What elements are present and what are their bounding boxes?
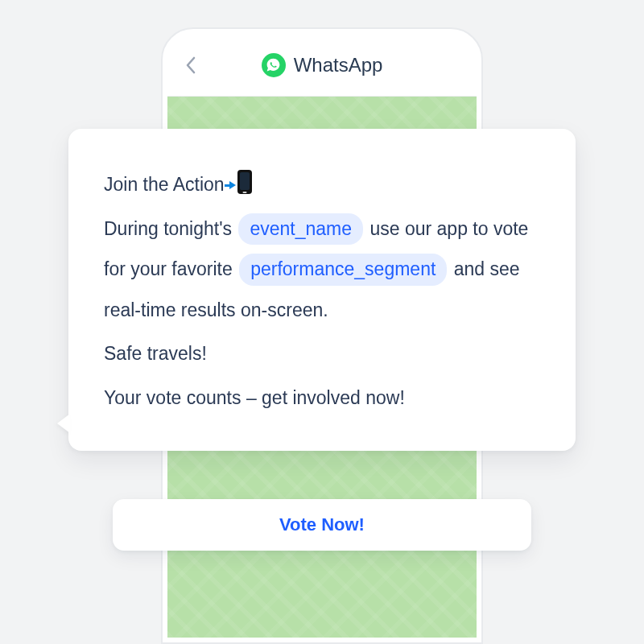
app-header: WhatsApp xyxy=(167,34,477,97)
header-title-group: WhatsApp xyxy=(262,53,383,77)
message-body-pre: During tonight's xyxy=(104,218,237,239)
app-title: WhatsApp xyxy=(294,54,383,76)
bubble-tail xyxy=(57,414,70,433)
message-bubble: Join the Action During tonight's event_n… xyxy=(68,129,576,451)
chevron-left-icon xyxy=(185,56,196,74)
message-line-4: Your vote counts – get involved now! xyxy=(104,378,540,419)
variable-chip-performance-segment[interactable]: performance_segment xyxy=(239,254,447,286)
phone-icon xyxy=(237,170,252,194)
message-headline: Join the Action xyxy=(104,174,225,195)
message-line-3: Safe travels! xyxy=(104,333,540,374)
arrow-right-icon xyxy=(229,181,236,189)
variable-chip-event-name[interactable]: event_name xyxy=(238,213,363,246)
back-button[interactable] xyxy=(185,56,196,74)
vote-now-button[interactable]: Vote Now! xyxy=(113,499,531,551)
whatsapp-logo-icon xyxy=(262,53,286,77)
message-content: Join the Action During tonight's event_n… xyxy=(104,164,540,419)
vote-now-label: Vote Now! xyxy=(279,514,365,535)
